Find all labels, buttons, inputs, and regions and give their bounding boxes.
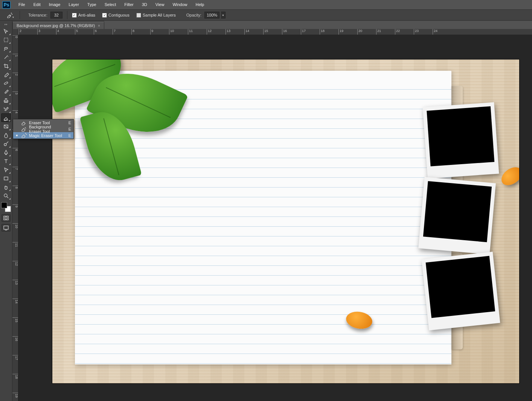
document-canvas[interactable]	[52, 59, 519, 383]
screen-icon	[3, 225, 9, 231]
tool-pen[interactable]	[1, 148, 11, 157]
flyout-item-label: Magic Eraser Tool	[29, 133, 64, 138]
tool-shape[interactable]	[1, 174, 11, 183]
svg-point-7	[4, 194, 7, 197]
ruler-tick: 23	[414, 29, 433, 35]
ruler-tick: 9	[150, 29, 169, 35]
close-icon[interactable]: ×	[98, 24, 100, 28]
flyout-item-shortcut: E	[67, 127, 71, 131]
tolerance-label: Tolerance:	[28, 13, 47, 17]
rectangle-icon	[3, 175, 9, 181]
pen-icon	[3, 149, 9, 156]
menu-layer[interactable]: Layer	[64, 0, 83, 9]
menu-file[interactable]: File	[14, 0, 29, 9]
document-tab[interactable]: Background eraser.jpg @ 16.7% (RGB/8#) ×	[12, 22, 104, 29]
svg-point-1	[12, 14, 12, 15]
vertical-ruler[interactable]: 012345678910111213141516171819	[12, 35, 18, 401]
tool-eraser[interactable]	[1, 113, 11, 122]
tool-blur[interactable]	[1, 131, 11, 139]
contiguous-checkbox[interactable]: ✓ Contiguous	[102, 13, 130, 18]
color-swatches[interactable]	[1, 202, 11, 212]
eraser-icon	[3, 115, 9, 121]
menu-3d[interactable]: 3D	[138, 0, 151, 9]
ruler-tick: 14	[244, 29, 263, 35]
foreground-color-swatch[interactable]	[1, 202, 7, 208]
svg-rect-3	[4, 81, 8, 84]
horizontal-ruler[interactable]: 23456789101112131415161718192021222324	[18, 29, 532, 35]
tool-healing-brush[interactable]	[1, 79, 11, 87]
background-eraser-icon	[21, 126, 27, 133]
app-logo: Ps	[2, 1, 11, 9]
ruler-tick: 1	[12, 54, 18, 73]
flyout-item-shortcut: E	[67, 133, 71, 138]
opacity-dropdown[interactable]: ▼	[221, 12, 226, 18]
canvas-area[interactable]	[18, 35, 532, 401]
menu-image[interactable]: Image	[45, 0, 65, 9]
anti-alias-checkbox[interactable]: ✓ Anti-alias	[72, 13, 95, 18]
svg-rect-2	[4, 38, 8, 42]
flyout-item-background-eraser[interactable]: Background Eraser Tool E	[13, 126, 73, 132]
svg-rect-6	[4, 177, 8, 180]
document-tab-title: Background eraser.jpg @ 16.7% (RGB/8#)	[17, 23, 95, 28]
tool-lasso[interactable]	[1, 44, 11, 53]
tool-history-brush[interactable]	[1, 105, 11, 113]
opacity-input[interactable]	[204, 12, 220, 18]
tool-dodge[interactable]	[1, 139, 11, 148]
magic-eraser-icon	[21, 132, 27, 139]
polaroid-frame	[423, 102, 499, 179]
zoom-icon	[3, 193, 9, 199]
ruler-origin[interactable]	[12, 29, 18, 35]
ruler-tick: 6	[12, 148, 18, 167]
tool-marquee[interactable]	[1, 35, 11, 44]
ruler-tick: 10	[12, 223, 18, 242]
ruler-tick: 4	[56, 29, 75, 35]
ruler-tick: 3	[37, 29, 56, 35]
svg-point-12	[26, 134, 26, 134]
ruler-tick: 19	[12, 393, 18, 401]
ruler-tick: 20	[357, 29, 376, 35]
ruler-tick: 0	[12, 35, 18, 54]
menu-edit[interactable]: Edit	[29, 0, 45, 9]
quick-mask-toggle[interactable]	[2, 214, 11, 222]
tool-magic-wand[interactable]	[1, 53, 11, 61]
flyout-item-magic-eraser[interactable]: ■ Magic Eraser Tool E	[13, 132, 73, 139]
menu-select[interactable]: Select	[101, 0, 120, 9]
tool-crop[interactable]	[1, 61, 11, 70]
menu-window[interactable]: Window	[168, 0, 191, 9]
tool-move[interactable]	[1, 27, 11, 35]
ruler-tick: 2	[18, 29, 37, 35]
tool-path-selection[interactable]	[1, 165, 11, 174]
tool-gradient[interactable]	[1, 122, 11, 131]
lasso-icon	[3, 46, 9, 52]
tool-zoom[interactable]	[1, 191, 11, 200]
tool-brush[interactable]	[1, 87, 11, 96]
tool-clone-stamp[interactable]	[1, 96, 11, 105]
menu-type[interactable]: Type	[83, 0, 101, 9]
ruler-tick: 24	[433, 29, 451, 35]
sample-all-label: Sample All Layers	[143, 13, 176, 17]
menu-help[interactable]: Help	[192, 0, 209, 9]
ruler-tick: 13	[226, 29, 244, 35]
sample-all-layers-checkbox[interactable]: Sample All Layers	[136, 13, 176, 18]
ruler-tick: 15	[12, 317, 18, 336]
gradient-icon	[3, 124, 9, 130]
ruler-tick: 11	[188, 29, 207, 35]
menu-filter[interactable]: Filter	[120, 0, 137, 9]
ruler-tick: 6	[94, 29, 113, 35]
current-tool-preset[interactable]: ▼	[4, 11, 15, 19]
tool-type[interactable]	[1, 157, 11, 165]
screen-mode-button[interactable]	[2, 224, 11, 232]
arrow-cursor-icon	[3, 167, 9, 173]
magic-wand-icon	[3, 54, 9, 60]
tool-eyedropper[interactable]	[1, 70, 11, 79]
eraser-icon	[21, 119, 27, 126]
ruler-tick: 22	[395, 29, 414, 35]
panel-collapse-grip[interactable]: ▸▸	[1, 22, 11, 26]
magic-eraser-icon	[6, 12, 12, 18]
anti-alias-label: Anti-alias	[78, 13, 95, 17]
menu-view[interactable]: View	[151, 0, 169, 9]
ruler-tick: 12	[12, 261, 18, 280]
brush-icon	[3, 89, 9, 95]
tool-hand[interactable]	[1, 183, 11, 191]
tolerance-input[interactable]	[50, 12, 62, 18]
